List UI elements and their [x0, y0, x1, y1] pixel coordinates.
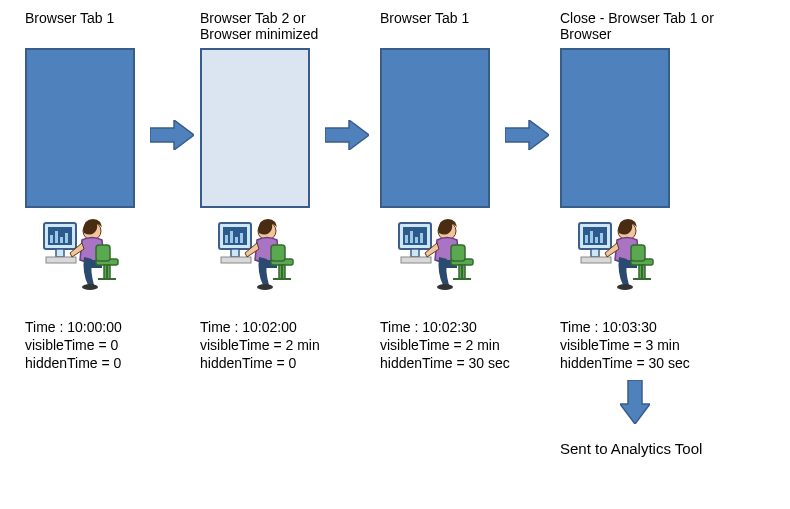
stage-4: Close - Browser Tab 1 or Browser: [560, 10, 720, 208]
svg-rect-25: [271, 245, 285, 261]
svg-rect-32: [411, 249, 419, 257]
metrics-3: Time : 10:02:30 visibleTime = 2 min hidd…: [380, 318, 550, 372]
svg-rect-43: [595, 237, 598, 243]
metrics-3-time: Time : 10:02:30: [380, 318, 550, 336]
svg-rect-41: [585, 235, 588, 243]
metrics-3-visible: visibleTime = 2 min: [380, 336, 550, 354]
metrics-4-visible: visibleTime = 3 min: [560, 336, 730, 354]
svg-rect-5: [65, 233, 68, 243]
metrics-4-time: Time : 10:03:30: [560, 318, 730, 336]
svg-rect-33: [401, 257, 431, 263]
arrow-down-icon: [620, 380, 650, 420]
svg-rect-42: [590, 231, 593, 243]
metrics-2-time: Time : 10:02:00: [200, 318, 370, 336]
svg-rect-44: [600, 233, 603, 243]
stage-3-title: Browser Tab 1: [380, 10, 540, 44]
browser-box-3: [380, 48, 490, 208]
svg-rect-15: [225, 235, 228, 243]
metrics-1-time: Time : 10:00:00: [25, 318, 195, 336]
svg-rect-30: [415, 237, 418, 243]
svg-rect-51: [631, 245, 645, 261]
metrics-1-visible: visibleTime = 0: [25, 336, 195, 354]
svg-rect-6: [56, 249, 64, 257]
svg-rect-2: [50, 235, 53, 243]
stage-1: Browser Tab 1: [25, 10, 185, 208]
footer-sent-label: Sent to Analytics Tool: [560, 440, 702, 457]
svg-rect-38: [451, 245, 465, 261]
svg-point-9: [82, 284, 98, 290]
browser-box-2: [200, 48, 310, 208]
svg-rect-28: [405, 235, 408, 243]
svg-rect-12: [96, 245, 110, 261]
arrow-right-3: [505, 120, 549, 150]
user-at-computer-icon-2: [215, 213, 295, 293]
metrics-1-hidden: hiddenTime = 0: [25, 354, 195, 372]
stage-3: Browser Tab 1: [380, 10, 540, 208]
metrics-2: Time : 10:02:00 visibleTime = 2 min hidd…: [200, 318, 370, 372]
svg-point-35: [437, 284, 453, 290]
stage-2-title: Browser Tab 2 or Browser minimized: [200, 10, 360, 44]
metrics-4: Time : 10:03:30 visibleTime = 3 min hidd…: [560, 318, 730, 372]
svg-rect-18: [240, 233, 243, 243]
arrow-right-2: [325, 120, 369, 150]
metrics-2-visible: visibleTime = 2 min: [200, 336, 370, 354]
browser-box-1: [25, 48, 135, 208]
stage-1-title: Browser Tab 1: [25, 10, 185, 44]
svg-rect-46: [581, 257, 611, 263]
svg-rect-45: [591, 249, 599, 257]
user-at-computer-icon-1: [40, 213, 120, 293]
user-at-computer-icon-3: [395, 213, 475, 293]
svg-rect-3: [55, 231, 58, 243]
svg-rect-31: [420, 233, 423, 243]
metrics-2-hidden: hiddenTime = 0: [200, 354, 370, 372]
stage-2: Browser Tab 2 or Browser minimized: [200, 10, 360, 208]
svg-rect-7: [46, 257, 76, 263]
svg-point-48: [617, 284, 633, 290]
arrow-right-1: [150, 120, 194, 150]
metrics-4-hidden: hiddenTime = 30 sec: [560, 354, 730, 372]
svg-rect-17: [235, 237, 238, 243]
svg-rect-19: [231, 249, 239, 257]
svg-rect-4: [60, 237, 63, 243]
metrics-1: Time : 10:00:00 visibleTime = 0 hiddenTi…: [25, 318, 195, 372]
browser-box-4: [560, 48, 670, 208]
stage-4-title: Close - Browser Tab 1 or Browser: [560, 10, 720, 44]
svg-rect-29: [410, 231, 413, 243]
svg-point-22: [257, 284, 273, 290]
svg-rect-16: [230, 231, 233, 243]
user-at-computer-icon-4: [575, 213, 655, 293]
svg-rect-20: [221, 257, 251, 263]
metrics-3-hidden: hiddenTime = 30 sec: [380, 354, 550, 372]
